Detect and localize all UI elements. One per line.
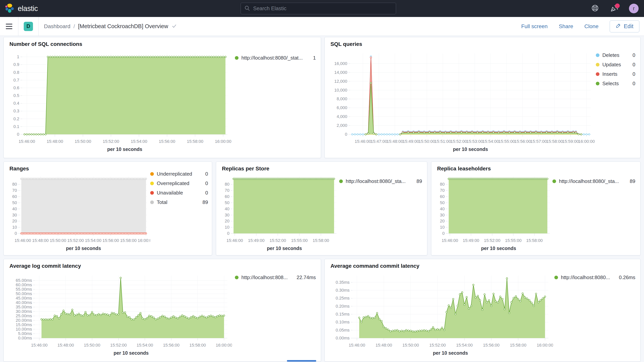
- chart-legend: http://localhost:8080/_sta...89: [552, 178, 635, 188]
- space-selector[interactable]: D: [24, 22, 33, 31]
- x-tick-label: 15:58:00: [526, 238, 543, 243]
- legend-item[interactable]: Overreplicated0: [150, 180, 208, 186]
- user-avatar[interactable]: r: [629, 4, 638, 13]
- data-point: [524, 132, 526, 134]
- data-point: [213, 56, 214, 58]
- data-point: [378, 318, 380, 320]
- data-point: [33, 134, 35, 135]
- replicas-per-store-chart[interactable]: 15:46:0015:49:0015:52:0015:55:0015:58:00…: [218, 172, 340, 254]
- data-point: [169, 56, 170, 58]
- data-point: [486, 302, 488, 303]
- legend-swatch: [150, 200, 154, 204]
- breadcrumb-dashboard-link[interactable]: Dashboard: [44, 23, 70, 30]
- data-point: [540, 300, 541, 301]
- x-axis-title: per 10 seconds: [66, 246, 101, 251]
- y-tick-label: 0.25ms: [336, 296, 350, 300]
- data-point: [400, 134, 401, 135]
- sql-connections-chart[interactable]: 15:46:0015:48:0015:50:0015:52:0015:54:00…: [6, 49, 232, 156]
- panel-title: Number of SQL connections: [10, 41, 82, 47]
- ranges-chart[interactable]: 15:46:0015:48:0015:50:0015:52:0015:54:00…: [6, 172, 150, 254]
- x-tick-label: 15:58:00: [546, 139, 563, 144]
- legend-item[interactable]: Updates0: [596, 62, 635, 68]
- data-point: [103, 56, 105, 58]
- y-tick-label: 40.00ms: [16, 300, 32, 305]
- data-point: [408, 132, 409, 134]
- y-tick-label: 0: [345, 132, 347, 137]
- help-button[interactable]: [590, 4, 600, 13]
- legend-item[interactable]: http://localhost:8080...0.26ms: [554, 274, 635, 280]
- data-point: [162, 56, 163, 58]
- data-point: [401, 330, 402, 332]
- legend-value: 89: [630, 178, 635, 184]
- legend-item[interactable]: http://localhost:8080/_sta...89: [339, 178, 422, 184]
- legend-label: Total: [157, 199, 200, 205]
- legend-value: 0: [632, 52, 635, 58]
- data-point: [448, 305, 450, 306]
- x-tick-label: 15:46:00: [18, 139, 35, 144]
- legend-item[interactable]: Underreplicated0: [150, 171, 208, 177]
- global-search[interactable]: [241, 3, 396, 14]
- legend-item[interactable]: Inserts0: [596, 71, 635, 77]
- panel-average-log-commit-latency: Average log commit latency 15:46:0015:48…: [4, 259, 321, 362]
- data-point: [441, 327, 443, 328]
- data-point: [116, 314, 117, 315]
- elastic-logo-icon: [5, 3, 15, 14]
- x-tick-label: 15:49:00: [402, 139, 419, 144]
- data-point: [59, 56, 60, 58]
- data-point: [373, 132, 374, 134]
- panel-average-command-commit-latency: Average command commit latency 15:46:001…: [324, 259, 640, 362]
- data-point: [151, 316, 152, 317]
- x-tick-label: 15:46:00: [348, 343, 365, 348]
- data-point: [455, 313, 456, 315]
- clone-button[interactable]: Clone: [584, 23, 598, 30]
- legend-item[interactable]: Total89: [150, 199, 208, 205]
- data-point: [417, 330, 418, 332]
- legend-item[interactable]: Selects0: [596, 80, 635, 86]
- command-commit-latency-chart[interactable]: 15:46:0015:48:0015:50:0015:52:0015:54:00…: [328, 271, 553, 360]
- legend-item[interactable]: Deletes0: [596, 52, 635, 58]
- menu-button[interactable]: [0, 17, 18, 36]
- y-tick-label: 70: [225, 188, 230, 193]
- news-button[interactable]: [610, 4, 619, 13]
- search-input[interactable]: [253, 6, 384, 12]
- elastic-logo[interactable]: elastic: [0, 3, 38, 14]
- data-point: [199, 316, 200, 318]
- replica-leaseholders-chart[interactable]: 15:46:0015:49:0015:52:0015:55:0015:58:00…: [433, 172, 553, 254]
- y-tick-label: 40: [12, 206, 17, 211]
- data-point: [170, 317, 172, 318]
- x-axis-title: per 10 seconds: [433, 350, 468, 356]
- data-point: [219, 314, 220, 316]
- log-commit-latency-chart[interactable]: 15:46:0015:48:0015:50:0015:52:0015:54:00…: [6, 271, 232, 360]
- legend-item[interactable]: http://localhost:8080/_stat...1: [235, 55, 316, 61]
- horizontal-scrollbar-thumb[interactable]: [287, 360, 316, 362]
- title-check-icon[interactable]: [171, 23, 177, 30]
- sql-queries-chart[interactable]: 15:46:0015:47:0015:48:0015:49:0015:50:00…: [328, 49, 596, 156]
- data-point: [178, 56, 180, 58]
- data-point: [220, 56, 222, 58]
- data-point: [140, 56, 142, 58]
- data-point: [145, 178, 147, 180]
- data-point: [128, 316, 130, 318]
- full-screen-button[interactable]: Full screen: [521, 23, 548, 30]
- data-point: [506, 278, 508, 279]
- legend-item[interactable]: http://localhost:808...22.74ms: [235, 274, 316, 280]
- data-point: [146, 317, 148, 319]
- data-point: [466, 296, 468, 298]
- data-point: [173, 316, 174, 317]
- legend-swatch: [339, 180, 343, 183]
- x-tick-label: 15:59:00: [562, 139, 579, 144]
- data-point: [92, 311, 93, 313]
- data-point: [517, 298, 519, 300]
- data-point: [182, 56, 184, 58]
- data-point: [519, 132, 521, 134]
- share-button[interactable]: Share: [559, 23, 573, 30]
- legend-item[interactable]: Unavailable0: [150, 190, 208, 196]
- y-tick-label: 0: [17, 132, 19, 137]
- legend-item[interactable]: http://localhost:8080/_sta...89: [552, 178, 635, 184]
- y-tick-label: 0: [15, 231, 17, 236]
- legend-label: Selects: [602, 80, 630, 86]
- edit-button[interactable]: Edit: [610, 20, 639, 32]
- y-tick-label: 0.2: [13, 116, 19, 121]
- x-tick-label: 15:54:00: [136, 343, 153, 348]
- data-point: [143, 56, 144, 58]
